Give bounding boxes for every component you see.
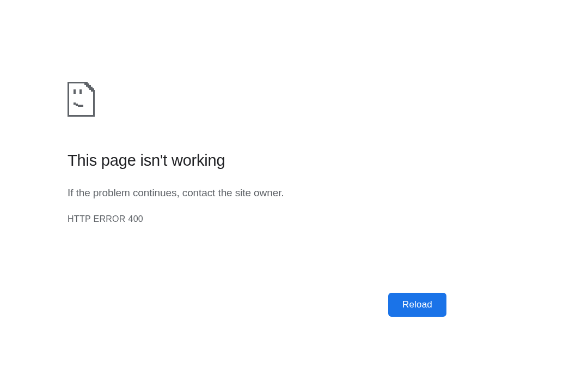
error-code: HTTP ERROR 400: [68, 214, 446, 224]
svg-rect-13: [91, 90, 95, 92]
reload-button[interactable]: Reload: [388, 293, 446, 317]
error-page: This page isn't working If the problem c…: [0, 0, 446, 368]
sad-document-icon: [68, 82, 446, 119]
svg-rect-18: [93, 88, 94, 90]
error-heading: This page isn't working: [68, 152, 446, 170]
svg-rect-22: [76, 104, 78, 106]
svg-rect-3: [68, 82, 86, 83]
svg-rect-21: [74, 102, 76, 105]
svg-rect-2: [93, 91, 95, 117]
svg-rect-19: [74, 89, 76, 94]
svg-rect-15: [88, 83, 89, 85]
error-subtext: If the problem continues, contact the si…: [68, 187, 446, 199]
svg-rect-0: [68, 82, 69, 117]
svg-rect-23: [78, 105, 83, 107]
svg-rect-17: [91, 87, 93, 88]
svg-rect-14: [86, 82, 88, 83]
svg-rect-20: [79, 89, 82, 94]
button-row: Reload: [0, 293, 446, 317]
svg-rect-16: [89, 85, 91, 87]
svg-rect-1: [68, 115, 95, 117]
